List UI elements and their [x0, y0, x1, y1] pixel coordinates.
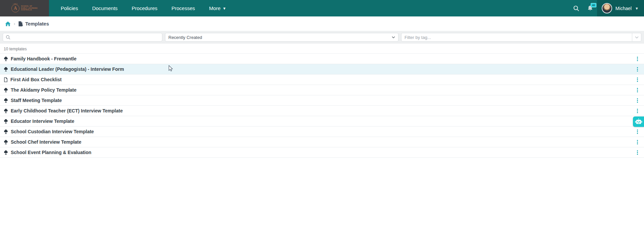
kebab-menu-icon — [637, 78, 638, 79]
template-title: Early Childhood Teacher (ECT) Interview … — [11, 108, 123, 113]
template-title: Educator Interview Template — [11, 118, 74, 124]
nav-item-processes[interactable]: Processes — [164, 0, 202, 16]
row-options-button[interactable] — [635, 108, 640, 114]
kebab-menu-icon — [637, 109, 638, 110]
notification-count-badge: 40 — [591, 3, 596, 7]
nav-item-policies[interactable]: Policies — [54, 0, 85, 16]
template-title: Educational Leader (Pedagogista) - Inter… — [11, 66, 124, 72]
kebab-menu-icon — [637, 98, 638, 99]
row-options-button[interactable] — [635, 97, 640, 104]
row-left: School Chef Interview Template — [3, 139, 82, 145]
main-nav: Policies Documents Procedures Processes … — [54, 0, 233, 16]
row-options-button[interactable] — [635, 66, 640, 73]
templates-page: A SCHOOL OF EARLY LEARNING AUSTRALIA Pol… — [0, 0, 644, 238]
template-title: School Chef Interview Template — [11, 139, 82, 145]
brand-text: SCHOOL OF EARLY LEARNING AUSTRALIA — [21, 5, 38, 11]
tree-icon — [3, 150, 8, 155]
nav-item-documents[interactable]: Documents — [85, 0, 125, 16]
template-title: First Aid Box Checklist — [10, 77, 62, 82]
app-logo[interactable]: A SCHOOL OF EARLY LEARNING AUSTRALIA — [0, 0, 49, 16]
search-button[interactable] — [569, 0, 583, 16]
row-options-button[interactable] — [635, 56, 640, 62]
template-row[interactable]: Early Childhood Teacher (ECT) Interview … — [0, 106, 644, 116]
tag-filter-input[interactable] — [401, 33, 632, 41]
avatar — [602, 3, 612, 13]
brand-line: AUSTRALIA — [21, 9, 38, 11]
row-options-button[interactable] — [635, 129, 640, 135]
brand-emblem-icon: A — [11, 4, 19, 12]
user-name: Michael — [615, 6, 632, 11]
row-left: Family Handbook - Fremantle — [3, 56, 76, 61]
sort-selected-value: Recently Created — [168, 35, 202, 40]
robot-icon — [635, 118, 642, 125]
user-menu[interactable]: Michael ▼ — [597, 0, 644, 16]
kebab-menu-icon — [637, 67, 638, 68]
row-options-button[interactable] — [635, 139, 640, 145]
row-options-button[interactable] — [635, 77, 640, 83]
more-label: More — [209, 5, 220, 11]
row-left: School Event Planning & Evaluation — [3, 150, 91, 155]
chevron-down-icon — [392, 36, 395, 38]
nav-item-more[interactable]: More ▼ — [202, 0, 233, 16]
tree-icon — [3, 88, 8, 93]
template-search — [3, 33, 162, 42]
tree-icon — [3, 129, 8, 134]
template-row[interactable]: School Event Planning & Evaluation — [0, 147, 644, 158]
template-row[interactable]: School Chef Interview Template — [0, 137, 644, 147]
tree-icon — [3, 98, 8, 103]
tree-icon — [3, 140, 8, 145]
template-list: Family Handbook - Fremantle Educational … — [0, 53, 644, 158]
breadcrumb-separator: › — [14, 21, 15, 26]
tag-filter-dropdown-button[interactable] — [632, 33, 641, 41]
kebab-menu-icon — [637, 130, 638, 131]
nav-item-procedures[interactable]: Procedures — [125, 0, 165, 16]
assistant-button[interactable] — [633, 116, 644, 127]
chevron-down-icon — [635, 36, 639, 39]
navbar-right: 40 Michael ▼ — [569, 0, 644, 16]
template-title: The Akidamy Policy Template — [11, 87, 76, 93]
template-row[interactable]: The Akidamy Policy Template — [0, 85, 644, 95]
row-left: Early Childhood Teacher (ECT) Interview … — [3, 108, 123, 113]
row-left: First Aid Box Checklist — [3, 77, 62, 82]
home-icon[interactable] — [5, 21, 11, 27]
kebab-menu-icon — [637, 88, 638, 89]
template-row[interactable]: Educational Leader (Pedagogista) - Inter… — [0, 64, 644, 75]
template-row[interactable]: Educator Interview Template — [0, 116, 644, 127]
top-navbar: A SCHOOL OF EARLY LEARNING AUSTRALIA Pol… — [0, 0, 644, 16]
sort-select[interactable]: Recently Created — [165, 33, 398, 42]
row-options-button[interactable] — [635, 149, 640, 156]
template-row[interactable]: Staff Meeting Template — [0, 95, 644, 106]
tree-icon — [3, 56, 8, 61]
file-plus-icon — [18, 21, 23, 27]
chevron-down-icon: ▼ — [223, 6, 226, 10]
row-left: Educator Interview Template — [3, 118, 74, 124]
row-left: Educational Leader (Pedagogista) - Inter… — [3, 66, 124, 72]
template-title: School Custodian Interview Template — [11, 129, 94, 134]
template-title: Staff Meeting Template — [11, 98, 62, 103]
template-count: 10 templates — [4, 47, 644, 51]
breadcrumb-current: Templates — [18, 21, 49, 27]
filter-panel: Recently Created — [0, 31, 644, 44]
breadcrumb: › Templates — [0, 16, 644, 31]
kebab-menu-icon — [637, 150, 638, 151]
template-title: Family Handbook - Fremantle — [11, 56, 76, 61]
tree-icon — [3, 67, 8, 72]
notifications-button[interactable]: 40 — [583, 0, 597, 16]
page-title: Templates — [25, 21, 49, 27]
row-left: School Custodian Interview Template — [3, 129, 94, 134]
search-input[interactable] — [12, 35, 159, 40]
tag-filter — [401, 33, 641, 42]
file-icon — [3, 77, 8, 82]
search-icon — [573, 5, 580, 12]
tree-icon — [3, 108, 8, 113]
template-row[interactable]: School Custodian Interview Template — [0, 127, 644, 137]
template-row[interactable]: Family Handbook - Fremantle — [0, 54, 644, 64]
row-left: The Akidamy Policy Template — [3, 87, 76, 93]
kebab-menu-icon — [637, 57, 638, 58]
row-options-button[interactable] — [635, 87, 640, 93]
kebab-menu-icon — [637, 140, 638, 141]
template-title: School Event Planning & Evaluation — [11, 150, 91, 155]
template-row[interactable]: First Aid Box Checklist — [0, 75, 644, 85]
chevron-down-icon: ▼ — [635, 6, 639, 10]
search-icon — [6, 35, 10, 40]
